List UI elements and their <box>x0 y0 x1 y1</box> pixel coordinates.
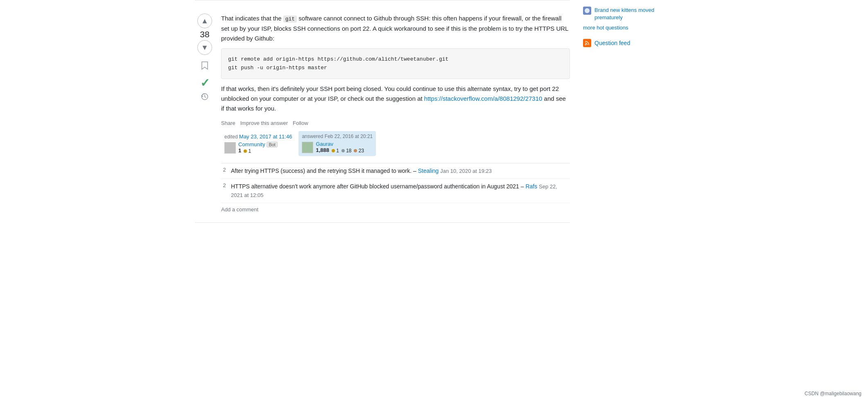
improve-link[interactable]: Improve this answer <box>240 120 288 126</box>
more-hot-questions-link[interactable]: more hot questions <box>583 25 673 31</box>
svg-point-4 <box>585 44 586 45</box>
answerer-silver-count: 18 <box>346 148 351 154</box>
downvote-button[interactable]: ▼ <box>197 40 212 55</box>
comment-1-author[interactable]: Stealing <box>418 168 439 174</box>
share-link[interactable]: Share <box>221 120 235 126</box>
comment-1-score: 2 <box>221 167 228 173</box>
hot-question-link[interactable]: Brand new kittens moved prematurely <box>594 7 673 21</box>
history-button[interactable] <box>201 93 208 102</box>
comment-2-before: HTTPS alternative doesn't work anymore a… <box>231 183 525 190</box>
hot-questions-link-item: Brand new kittens moved prematurely <box>583 7 673 21</box>
answerer-gold-badge <box>332 149 335 152</box>
sidebar: Brand new kittens moved prematurely more… <box>583 0 673 229</box>
editor-avatar <box>224 142 236 154</box>
editor-rep: 1 <box>238 147 241 154</box>
question-feed-link[interactable]: Question feed <box>594 40 630 46</box>
svg-point-3 <box>585 8 590 13</box>
svg-rect-1 <box>225 143 235 153</box>
edited-label: edited May 23, 2017 at 11:46 <box>224 134 292 140</box>
question-feed-section: Question feed <box>583 39 673 47</box>
vote-column: ▲ 38 ▼ ✓ <box>195 14 215 216</box>
edited-card: edited May 23, 2017 at 11:46 Community B… <box>221 131 295 156</box>
bookmark-button[interactable] <box>197 58 212 73</box>
rss-icon <box>583 39 591 47</box>
comment-1-date: Jan 10, 2020 at 19:23 <box>440 168 492 174</box>
answerer-info: Gaurav 1,888 1 18 23 <box>316 141 364 154</box>
answer-p1-before: That indicates that the <box>221 15 283 22</box>
user-cards-row: edited May 23, 2017 at 11:46 Community B… <box>221 131 570 156</box>
answerer-card-inner: Gaurav 1,888 1 18 23 <box>302 141 373 154</box>
answerer-bronze-count: 23 <box>359 148 364 154</box>
answerer-gold-count: 1 <box>336 148 339 154</box>
comment-1-text: After trying HTTPS (success) and the ret… <box>231 167 570 175</box>
stackoverflow-link[interactable]: https://stackoverflow.com/a/8081292/2731… <box>424 95 542 102</box>
upvote-button[interactable]: ▲ <box>197 14 212 28</box>
editor-silver-count: 1 <box>248 148 251 154</box>
editor-card-inner: Community Bot 1 1 <box>224 141 292 154</box>
answered-label: answered Feb 22, 2016 at 20:21 <box>302 134 373 139</box>
answered-label-text: answered <box>302 134 323 139</box>
hot-site-icon <box>583 7 591 15</box>
edit-timestamp[interactable]: May 23, 2017 at 11:46 <box>239 134 292 140</box>
editor-name[interactable]: Community <box>238 141 265 147</box>
comment-2-author[interactable]: Rafs <box>525 183 537 190</box>
editor-gold-badge <box>244 149 247 153</box>
answer-body: That indicates that the git software can… <box>221 14 570 216</box>
editor-info: Community Bot 1 1 <box>238 141 278 154</box>
comment-2-text: HTTPS alternative doesn't work anymore a… <box>231 182 570 199</box>
code-block: git remote add origin-https https://gith… <box>221 48 570 79</box>
accepted-checkmark: ✓ <box>200 76 210 90</box>
svg-rect-2 <box>302 142 313 153</box>
inline-code-git: git <box>283 16 297 23</box>
answerer-bronze-badge <box>354 149 357 152</box>
vote-count: 38 <box>200 30 209 38</box>
answerer-name[interactable]: Gaurav <box>316 141 333 147</box>
answered-card: answered Feb 22, 2016 at 20:21 Gaurav 1,… <box>298 131 376 156</box>
comment-item: 2 After trying HTTPS (success) and the r… <box>221 163 570 179</box>
comment-2-score: 2 <box>221 182 228 188</box>
answer-text: That indicates that the git software can… <box>221 14 570 113</box>
code-line-2: git push -u origin-https master <box>228 64 563 72</box>
edited-label-text: edited <box>224 134 238 140</box>
code-line-1: git remote add origin-https https://gith… <box>228 55 563 64</box>
answerer-rep: 1,888 <box>316 147 329 153</box>
comment-1-before: After trying HTTPS (success) and the ret… <box>231 168 418 174</box>
comment-item: 2 HTTPS alternative doesn't work anymore… <box>221 179 570 203</box>
answer-actions: Share Improve this answer Follow <box>221 120 570 126</box>
add-comment-link[interactable]: Add a comment <box>221 203 570 216</box>
editor-bot-badge: Bot <box>267 142 278 147</box>
answerer-avatar <box>302 142 313 153</box>
follow-link[interactable]: Follow <box>293 120 308 126</box>
comments-section: 2 After trying HTTPS (success) and the r… <box>221 163 570 216</box>
answered-date: Feb 22, 2016 at 20:21 <box>325 134 373 139</box>
answerer-silver-badge <box>341 149 345 152</box>
